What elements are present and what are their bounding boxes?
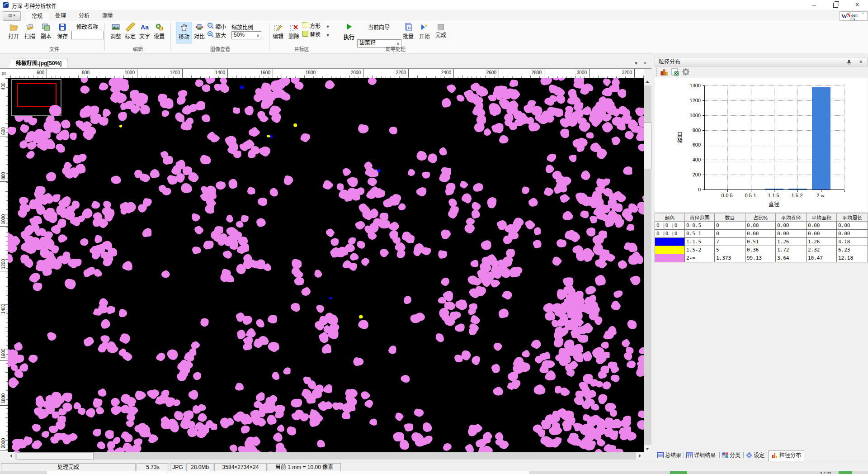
tab-size-distribution-label: 粒径分布 — [779, 452, 801, 459]
svg-text:*: * — [425, 24, 427, 30]
restore-button[interactable] — [828, 0, 843, 10]
table-row[interactable]: 0 |0 |00.5-100.000.000.000.00 — [655, 230, 868, 238]
tab-settings[interactable]: 设定 — [746, 451, 764, 460]
col-range[interactable]: 直径范围 — [685, 213, 715, 222]
col-count[interactable]: 数目 — [715, 213, 745, 222]
horizontal-scrollbar[interactable] — [8, 452, 644, 460]
table-cell: 0.00 — [807, 230, 837, 238]
tab-fenxi[interactable]: 分析 — [72, 11, 96, 21]
table-cell: 1.72 — [776, 246, 807, 254]
chart-plot-area — [704, 85, 844, 190]
scroll-right-button[interactable] — [636, 452, 644, 460]
col-avg-diameter[interactable]: 平均直径 — [776, 213, 807, 222]
target-edit-button[interactable]: 编辑 — [270, 22, 286, 43]
color-swatch-cell: 0 |0 |0 — [655, 230, 685, 238]
svg-text:12: 12 — [407, 26, 411, 30]
play-icon — [347, 24, 352, 30]
vertical-scroll-thumb[interactable] — [644, 122, 651, 169]
image-viewport[interactable] — [8, 78, 644, 452]
table-row[interactable]: 0 |0 |00-0.500.000.000.000.00 — [655, 222, 868, 230]
excel-export-icon[interactable] — [671, 68, 679, 76]
settings-button[interactable]: 设置 — [151, 22, 167, 43]
calibrate-button[interactable]: 标定 — [122, 22, 138, 43]
pin-icon[interactable] — [846, 59, 852, 65]
replace-button[interactable]: 替换 ▼ — [302, 31, 330, 39]
tab-celiang[interactable]: 测量 — [96, 11, 119, 21]
settings-icon[interactable] — [682, 68, 690, 76]
group-label-target: 目标区 — [274, 45, 329, 52]
col-avg-perimeter[interactable]: 平均周长 — [837, 213, 868, 222]
target-delete-button[interactable]: 删除 — [286, 22, 302, 43]
duplicate-button[interactable]: 副本 — [38, 22, 54, 43]
zoom-in-button[interactable]: 放大 — [207, 31, 226, 39]
dropdown-arrow-icon[interactable]: ▼ — [326, 33, 330, 38]
zoom-out-button[interactable]: 缩小 — [207, 22, 226, 30]
close-button[interactable]: × — [849, 0, 865, 10]
up-arrow-icon — [646, 81, 649, 83]
batch-button[interactable]: 12 批量 — [401, 22, 416, 43]
chart-icon[interactable] — [660, 68, 668, 76]
open-label: 打开 — [8, 33, 19, 40]
square-select-button[interactable]: 方形 ▼ — [302, 22, 330, 30]
start-button[interactable]: * 开始 — [417, 22, 432, 43]
status-filesize: 28.0Mb — [186, 463, 213, 471]
tab-size-distribution[interactable]: 粒径分布 — [769, 450, 804, 461]
scroll-down-button[interactable] — [644, 445, 651, 452]
scanner-icon — [25, 23, 34, 32]
adjust-image-icon — [111, 23, 120, 32]
zoom-ratio-select[interactable]: 50%∨ — [231, 31, 261, 39]
contrast-button[interactable]: 对比 — [192, 22, 207, 43]
vertical-scrollbar[interactable] — [644, 78, 651, 452]
dropdown-arrow-icon[interactable]: ▼ — [326, 24, 330, 29]
table-cell: 10.47 — [807, 254, 837, 262]
chart-bar — [812, 87, 830, 190]
table-row[interactable]: 1.5-250.361.722.326.23 — [655, 246, 868, 254]
panel-splitter[interactable] — [651, 53, 655, 462]
text-button[interactable]: Aa 文字 — [137, 22, 153, 43]
execute-button[interactable]: 执行 — [343, 24, 355, 41]
table-cell: 0.00 — [776, 230, 807, 238]
horizontal-scroll-thumb[interactable] — [17, 452, 94, 460]
table-cell: 0.5-1 — [685, 230, 715, 238]
table-cell: 0.00 — [807, 222, 837, 230]
edit-pencil-icon — [274, 23, 283, 32]
tab-list-dropdown[interactable]: ▾ — [632, 60, 640, 66]
navigator-view-rect[interactable] — [17, 83, 57, 107]
adjust-button[interactable]: 调整 — [108, 22, 124, 43]
table-row[interactable]: 2-∞1,37399.133.6410.4712.18 — [655, 254, 868, 262]
zoom-in-label: 放大 — [215, 33, 226, 39]
scroll-left-button[interactable] — [8, 452, 15, 460]
tab-detailed-results[interactable]: 详细结果 — [686, 451, 716, 460]
scroll-up-button[interactable] — [644, 78, 651, 85]
panel-toolbar — [655, 66, 868, 78]
tab-chuli[interactable]: 处理 — [49, 11, 72, 21]
batch-label: 批量 — [403, 33, 414, 40]
status-format: JPG — [170, 463, 185, 471]
chart-bar — [788, 189, 807, 190]
document-tab[interactable]: 辣椒籽图.jpg[50%] — [8, 58, 67, 69]
gear-small-icon — [746, 452, 752, 458]
document-close-icon[interactable]: × — [642, 60, 649, 66]
tab-classification[interactable]: 分类 — [722, 451, 741, 460]
tab-total-results[interactable]: 总结果 — [657, 451, 681, 460]
batch-doc-icon: 12 — [404, 23, 413, 32]
move-button[interactable]: 移动 — [176, 22, 192, 43]
open-button[interactable]: 打开 — [5, 22, 22, 43]
finish-button[interactable]: 完成 — [433, 22, 448, 43]
table-row[interactable]: 1-1.570.511.261.264.18 — [655, 238, 868, 246]
rename-input[interactable] — [71, 31, 104, 39]
zoom-out-icon — [207, 22, 214, 29]
save-button[interactable]: 保存 — [54, 22, 71, 43]
tab-changgui[interactable]: 常规 — [25, 11, 49, 21]
zoom-ratio-value: 50% — [234, 32, 245, 38]
panel-close-icon[interactable]: × — [859, 57, 863, 66]
app-menu-button[interactable]: ▤ ▾ — [3, 11, 21, 21]
col-percent[interactable]: 占比% — [745, 213, 776, 222]
minimize-button[interactable] — [806, 0, 821, 10]
taskbar-green-icon — [670, 471, 687, 474]
col-color[interactable]: 颜色 — [655, 213, 685, 222]
table-cell: 6.23 — [837, 246, 868, 254]
classify-grid-icon — [722, 452, 728, 458]
scan-button[interactable]: 扫描 — [22, 22, 38, 43]
col-avg-area[interactable]: 平均面积 — [807, 213, 837, 222]
